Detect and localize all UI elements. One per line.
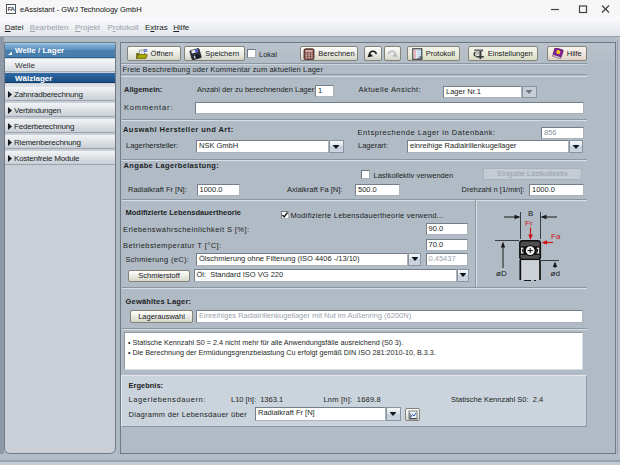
svg-text:B: B (528, 209, 533, 218)
svg-text:Fa: Fa (551, 232, 561, 241)
svg-text:Fr: Fr (525, 219, 533, 228)
svg-text:øD: øD (496, 269, 507, 278)
svg-text:ød: ød (551, 269, 560, 278)
